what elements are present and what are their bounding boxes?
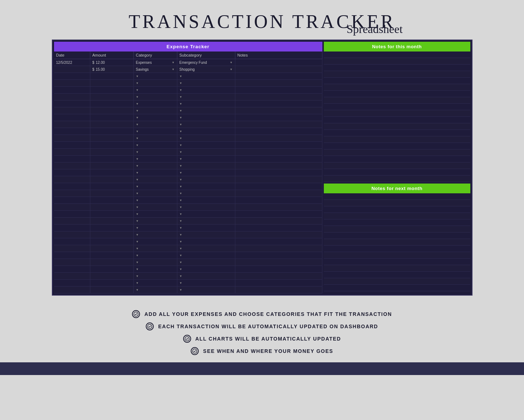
notes-this-month-rows bbox=[324, 52, 470, 182]
notes-row[interactable] bbox=[324, 130, 470, 136]
notes-row[interactable] bbox=[324, 219, 470, 226]
table-row: ▼▼ bbox=[54, 87, 322, 94]
notes-row[interactable] bbox=[324, 265, 470, 272]
cell-category[interactable]: ▼ bbox=[134, 73, 177, 79]
cell-notes[interactable] bbox=[235, 59, 322, 66]
cell-amount[interactable]: $12.00 bbox=[90, 59, 134, 66]
page-subtitle: Spreadsheet bbox=[347, 22, 403, 36]
feature-item-3: ALL CHARTS WILL BE AUTOMATICALLY UPDATED bbox=[183, 335, 341, 343]
notes-row[interactable] bbox=[324, 123, 470, 130]
notes-row[interactable] bbox=[324, 78, 470, 84]
notes-row[interactable] bbox=[324, 97, 470, 104]
notes-row[interactable] bbox=[324, 65, 470, 71]
cell-date[interactable] bbox=[54, 73, 90, 79]
notes-row[interactable] bbox=[324, 213, 470, 219]
table-row: ▼▼ bbox=[54, 252, 322, 259]
table-row: ▼▼ bbox=[54, 128, 322, 135]
table-row: ▼▼ bbox=[54, 245, 322, 252]
notes-row[interactable] bbox=[324, 200, 470, 206]
table-row: ▼▼ bbox=[54, 149, 322, 156]
table-row: ▼▼ bbox=[54, 121, 322, 128]
notes-row[interactable] bbox=[324, 52, 470, 58]
feature-item-1: ADD ALL YOUR EXPENSES AND CHOOSE CATEGOR… bbox=[132, 310, 392, 318]
table-row: ▼▼ bbox=[54, 80, 322, 87]
notes-this-month-section: Notes for this month bbox=[324, 42, 470, 182]
cell-amount[interactable]: $15.00 bbox=[90, 66, 134, 73]
table-row: ▼▼ bbox=[54, 238, 322, 245]
check-icon-1 bbox=[132, 310, 140, 318]
table-row: ▼▼ bbox=[54, 183, 322, 190]
feature-label-4: SEE WHEN AND WHERE YOUR MONEY GOES bbox=[203, 348, 333, 354]
cell-category[interactable]: Expenses▼ bbox=[134, 59, 177, 66]
expense-tracker-header: Expense Tracker bbox=[54, 42, 322, 52]
table-row: $15.00 Savings▼ Shopping▼ bbox=[54, 66, 322, 73]
table-row: 12/5/2022 $12.00 Expenses▼ Emergency Fun… bbox=[54, 59, 322, 66]
check-icon-3 bbox=[183, 335, 191, 343]
cell-date[interactable]: 12/5/2022 bbox=[54, 59, 90, 66]
notes-next-month-rows bbox=[324, 193, 470, 291]
table-row: ▼▼ bbox=[54, 225, 322, 231]
cell-subcategory[interactable]: Shopping▼ bbox=[177, 66, 235, 73]
data-rows: 12/5/2022 $12.00 Expenses▼ Emergency Fun… bbox=[54, 59, 322, 293]
notes-row[interactable] bbox=[324, 149, 470, 156]
check-icon-2 bbox=[146, 322, 154, 330]
feature-label-1: ADD ALL YOUR EXPENSES AND CHOOSE CATEGOR… bbox=[144, 311, 392, 317]
notes-this-month-header: Notes for this month bbox=[324, 42, 470, 52]
table-row: ▼▼ bbox=[54, 204, 322, 211]
table-row: ▼▼ bbox=[54, 266, 322, 273]
col-subcategory: Subcategory bbox=[177, 52, 235, 59]
notes-row[interactable] bbox=[324, 272, 470, 278]
notes-row[interactable] bbox=[324, 71, 470, 78]
table-row: ▼▼ bbox=[54, 142, 322, 149]
notes-row[interactable] bbox=[324, 176, 470, 182]
spreadsheet-container: Expense Tracker Date Amount Category Sub… bbox=[52, 40, 473, 296]
notes-row[interactable] bbox=[324, 232, 470, 239]
notes-row[interactable] bbox=[324, 117, 470, 123]
notes-next-month-section: Notes for next month bbox=[324, 184, 470, 291]
notes-row[interactable] bbox=[324, 259, 470, 265]
feature-label-3: ALL CHARTS WILL BE AUTOMATICALLY UPDATED bbox=[195, 336, 341, 342]
cell-notes[interactable] bbox=[235, 73, 322, 79]
features-section: ADD ALL YOUR EXPENSES AND CHOOSE CATEGOR… bbox=[132, 310, 392, 355]
notes-row[interactable] bbox=[324, 239, 470, 246]
notes-row[interactable] bbox=[324, 285, 470, 291]
col-date: Date bbox=[54, 52, 90, 59]
cell-subcategory[interactable]: Emergency Fund▼ bbox=[177, 59, 235, 66]
notes-row[interactable] bbox=[324, 91, 470, 97]
cell-subcategory[interactable]: ▼ bbox=[177, 73, 235, 79]
table-row: ▼▼ bbox=[54, 135, 322, 142]
notes-row[interactable] bbox=[324, 169, 470, 176]
notes-row[interactable] bbox=[324, 136, 470, 143]
notes-row[interactable] bbox=[324, 226, 470, 232]
table-row: ▼▼ bbox=[54, 94, 322, 100]
notes-row[interactable] bbox=[324, 162, 470, 169]
table-row: ▼ ▼ bbox=[54, 73, 322, 80]
right-panel: Notes for this month bbox=[324, 42, 470, 293]
table-row: ▼▼ bbox=[54, 231, 322, 238]
notes-row[interactable] bbox=[324, 193, 470, 200]
cell-amount[interactable] bbox=[90, 73, 134, 79]
notes-row[interactable] bbox=[324, 206, 470, 213]
check-icon-4 bbox=[191, 347, 199, 355]
cell-category[interactable]: Savings▼ bbox=[134, 66, 177, 73]
table-row: ▼▼ bbox=[54, 280, 322, 287]
cell-notes[interactable] bbox=[235, 66, 322, 73]
notes-row[interactable] bbox=[324, 143, 470, 149]
notes-row[interactable] bbox=[324, 84, 470, 91]
notes-row[interactable] bbox=[324, 246, 470, 252]
notes-row[interactable] bbox=[324, 104, 470, 110]
column-headers: Date Amount Category Subcategory Notes bbox=[54, 52, 322, 59]
feature-item-2: EACH TRANSACTION WILL BE AUTOMATICALLY U… bbox=[146, 322, 378, 330]
table-row: ▼▼ bbox=[54, 176, 322, 183]
table-row: ▼▼ bbox=[54, 211, 322, 218]
notes-row[interactable] bbox=[324, 58, 470, 65]
col-amount: Amount bbox=[90, 52, 134, 59]
table-row: ▼▼ bbox=[54, 287, 322, 293]
notes-row[interactable] bbox=[324, 110, 470, 117]
notes-row[interactable] bbox=[324, 278, 470, 285]
notes-row[interactable] bbox=[324, 156, 470, 162]
notes-row[interactable] bbox=[324, 252, 470, 259]
cell-date[interactable] bbox=[54, 66, 90, 73]
col-category: Category bbox=[134, 52, 177, 59]
footer-bar bbox=[0, 362, 524, 375]
